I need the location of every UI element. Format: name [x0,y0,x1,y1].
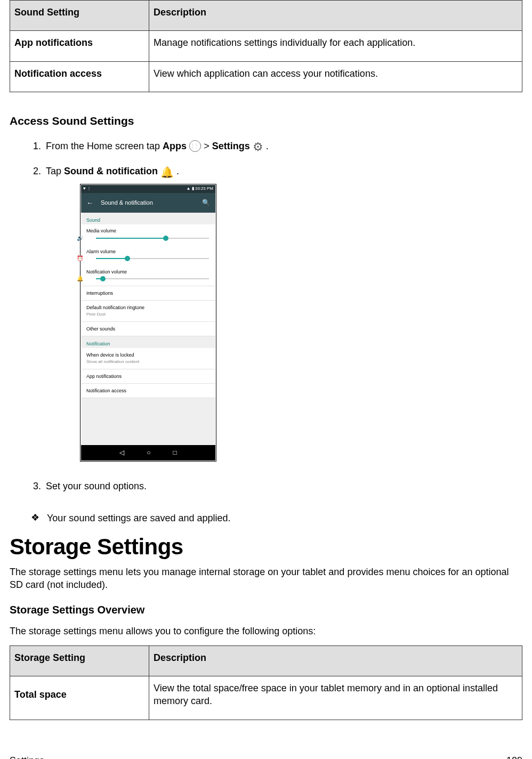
speaker-icon: 🔊 [77,235,83,242]
screenshot-sound-notification: ♥ ⋮ ▲ ▮ 10:23 PM ← Sound & notification … [80,184,216,462]
table-row: Notification access View which applicati… [10,61,522,92]
default-ringtone-row[interactable]: Default notification ringtone Pixie Dust [81,301,215,322]
alarm-volume-row[interactable]: Alarm volume ⏰ [81,245,215,265]
when-locked-row[interactable]: When device is locked Show all notificat… [81,348,215,369]
step-3: Set your sound options. [44,480,522,502]
notification-volume-row[interactable]: Notification volume 🔔 [81,265,215,286]
storage-intro: The storage settings menu lets you manag… [10,566,522,592]
step-1: From the Home screen tap Apps > Settings… [44,139,522,165]
nav-back-icon[interactable]: ◁ [119,448,124,457]
access-sound-settings-heading: Access Sound Settings [10,114,522,128]
bell-icon: 🔔 [77,275,83,282]
bell-icon: 🔔 [160,165,174,180]
storage-row-desc: View the total space/free space in your … [149,676,522,720]
table-row: App notifications Manage notifications s… [10,31,522,61]
phone-title: Sound & notification [101,199,195,207]
steps-list: From the Home screen tap Apps > Settings… [44,139,522,502]
search-icon[interactable]: 🔍 [202,198,210,207]
sound-row-label: Notification access [10,61,149,92]
sound-settings-table: Sound Setting Description App notificati… [10,0,522,92]
section-notification: Notification [81,336,215,348]
phone-nav-bar: ◁ ○ □ [81,445,215,460]
sound-row-label: App notifications [10,31,149,61]
footer-section: Settings [10,754,44,759]
table-row: Total space View the total space/free sp… [10,676,522,720]
gear-icon: ⚙ [253,139,263,155]
storage-row-label: Total space [10,676,149,720]
app-notifications-row[interactable]: App notifications [81,369,215,384]
storage-settings-heading: Storage Settings [10,532,522,562]
apps-icon [189,140,201,152]
sound-table-header-setting: Sound Setting [10,1,149,31]
alarm-icon: ⏰ [77,255,83,262]
sound-row-desc: View which application can access your n… [149,61,522,92]
result-note: ❖ Your sound settings are saved and appl… [31,512,522,524]
footer-page-number: 109 [506,754,522,759]
storage-overview-heading: Storage Settings Overview [10,603,522,617]
interruptions-row[interactable]: Interruptions [81,286,215,301]
back-icon[interactable]: ← [86,198,93,208]
phone-status-bar: ♥ ⋮ ▲ ▮ 10:23 PM [81,185,215,193]
diamond-bullet-icon: ❖ [31,512,39,524]
other-sounds-row[interactable]: Other sounds [81,322,215,336]
sound-table-header-desc: Description [149,1,522,31]
step-2: Tap Sound & notification 🔔 . ♥ ⋮ ▲ ▮ 10:… [44,165,522,480]
nav-recent-icon[interactable]: □ [173,448,177,457]
section-sound: Sound [81,213,215,224]
storage-table-header-desc: Description [149,645,522,676]
notification-access-row[interactable]: Notification access [81,384,215,398]
phone-app-bar: ← Sound & notification 🔍 [81,193,215,213]
sound-row-desc: Manage notifications settings individual… [149,31,522,61]
storage-overview-intro: The storage settings menu allows you to … [10,625,522,637]
nav-home-icon[interactable]: ○ [147,448,150,457]
storage-settings-table: Storage Setting Description Total space … [10,645,522,720]
page-footer: Settings 109 [10,754,522,759]
media-volume-row[interactable]: Media volume 🔊 [81,224,215,245]
storage-table-header-setting: Storage Setting [10,645,149,676]
